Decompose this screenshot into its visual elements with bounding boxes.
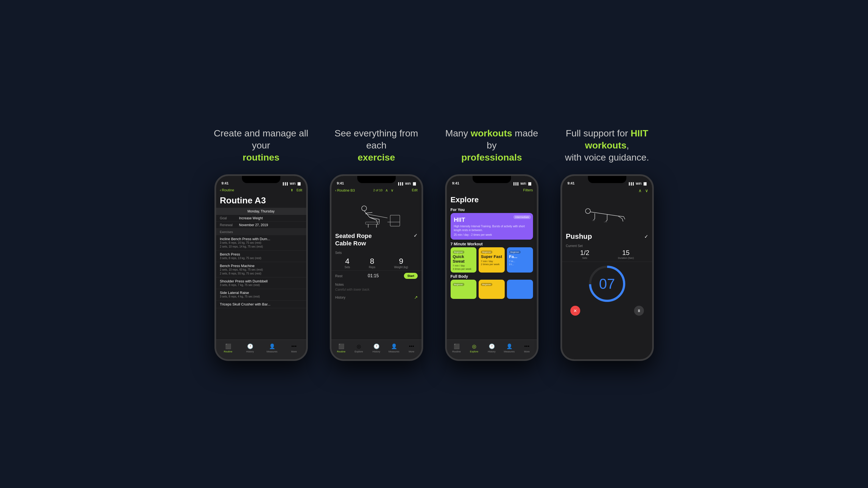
next-exercise-icon[interactable]: ∨ (645, 188, 648, 193)
tab-more-2[interactable]: ••• More (403, 344, 421, 353)
pause-button[interactable]: ⏸ (634, 306, 644, 316)
pushup-check-icon[interactable]: ✓ (644, 234, 648, 239)
tab-explore-3[interactable]: ◎ Explore (465, 344, 483, 353)
measures-tab-icon-2: 👤 (391, 344, 397, 349)
tab-explore-label-3: Explore (470, 350, 478, 353)
more-tab-icon-2: ••• (409, 344, 414, 349)
measures-tab-icon-1: 👤 (269, 344, 275, 349)
panel-hiit: Full support for HIIT workouts, with voi… (556, 127, 658, 361)
exercise-detail-2: 2 sets, 10 reps, 60 kg, 75 sec (rest)2 s… (220, 268, 302, 275)
phone1-nav: ‹ Routine ⬆ Edit (216, 187, 306, 194)
tab-history-1[interactable]: 🕐 History (239, 344, 261, 353)
phone2-nav: ‹ Routine B3 2 of 10 ∧ ∨ Edit (332, 187, 422, 195)
signal-icon-4: ▌▌▌ (629, 182, 634, 185)
tab-measures-label-2: Measures (389, 350, 400, 353)
phone4-nav: ∧ ∨ (562, 187, 652, 195)
svg-line-7 (370, 217, 379, 219)
tab-history-3[interactable]: 🕐 History (483, 344, 501, 353)
exercise-item-3[interactable]: Shoulder Press with Dumbbell 3 sets, 8 r… (216, 278, 306, 289)
nav-actions-1: ⬆ Edit (290, 188, 302, 192)
seven-min-title: 7 Minute Workout (447, 239, 537, 247)
filters-button[interactable]: Filters (523, 188, 533, 192)
rest-row: Rest 01:15 Start (332, 270, 422, 281)
tab-routine-2[interactable]: ⬛ Routine (333, 344, 350, 353)
nav-back-1[interactable]: ‹ Routine (220, 188, 234, 192)
share-icon[interactable]: ⬆ (290, 188, 293, 192)
super-fast-name: Super Fast (481, 254, 502, 259)
full-body-card-2[interactable]: Beginner (478, 280, 505, 299)
tab-measures-3[interactable]: 👤 Measures (501, 344, 518, 353)
exercise-check-icon[interactable]: ✓ (413, 232, 418, 238)
panel4-title: Full support for HIIT workouts, with voi… (556, 127, 658, 164)
reps-sub-label: Reps (369, 266, 375, 269)
wifi-icon: WiFi (290, 182, 296, 185)
status-icons-4: ▌▌▌ WiFi ▐█ (629, 182, 646, 185)
signal-icon-3: ▌▌▌ (514, 182, 519, 185)
super-fast-card[interactable]: Beginner Super Fast 7 min / day2 times p… (478, 247, 505, 272)
full-body-cards-row: Beginner Beginner (447, 280, 537, 299)
cancel-button-4[interactable]: ✕ (570, 306, 580, 316)
exercise-item-1[interactable]: Bench Press 3 sets, 8 reps, 13 kg, 75 se… (216, 251, 306, 262)
quick-sweat-name: Quick Sweat (453, 254, 474, 263)
phone-frame-4: 9:41 ▌▌▌ WiFi ▐█ ∧ ∨ (560, 174, 654, 361)
sets-section: Sets 4 Sets 8 Reps 9 Weight (kg) (332, 249, 422, 270)
exercise-item-4[interactable]: Side Lateral Raise 3 sets, 8 reps, 4 kg,… (216, 289, 306, 300)
tab-history-2[interactable]: 🕐 History (368, 344, 385, 353)
tab-explore-2[interactable]: ◎ Explore (350, 344, 368, 353)
down-chevron-icon[interactable]: ∨ (391, 188, 394, 192)
tab-bar-3: ⬛ Routine ◎ Explore 🕐 History 👤 Measures (447, 339, 537, 359)
more-tab-icon-1: ••• (291, 344, 297, 349)
exercise-name-1: Bench Press (220, 252, 302, 256)
super-fast-detail: 7 min / day2 times per week (481, 260, 502, 266)
sets-fraction-num: 1/2 (580, 249, 589, 257)
tab-explore-label-2: Explore (354, 350, 363, 353)
tab-more-3[interactable]: ••• More (518, 344, 536, 353)
signal-icon: ▌▌▌ (283, 182, 288, 185)
third-card[interactable]: Beginner Fa... 7 m...3 t... (507, 247, 533, 272)
panel3-title: Many workouts made by professionals (441, 127, 542, 164)
tab-routine-3[interactable]: ⬛ Routine (448, 344, 465, 353)
wifi-icon-3: WiFi (520, 182, 526, 185)
exercise-detail-0: 3 sets, 8 reps, 16 kg, 75 sec (rest)2 se… (220, 241, 302, 249)
exercise-image-area (332, 195, 422, 230)
svg-line-21 (624, 217, 625, 219)
hiit-card[interactable]: Intermediate HIIT High Intensity Interva… (451, 213, 533, 239)
status-time-1: 9:41 (222, 181, 229, 185)
wifi-icon-2: WiFi (405, 182, 411, 185)
tab-measures-2[interactable]: 👤 Measures (385, 344, 403, 353)
full-body-card-3[interactable] (507, 280, 533, 299)
tab-more-1[interactable]: ••• More (283, 344, 305, 353)
phone-screen-4: 9:41 ▌▌▌ WiFi ▐█ ∧ ∨ (562, 176, 652, 359)
goal-label: Goal (220, 216, 239, 220)
full-body-title: Full Body (447, 272, 537, 280)
exercise-item-0[interactable]: Incline Bench Press with Dum... 3 sets, … (216, 235, 306, 251)
current-set-label: Current Set (566, 244, 648, 248)
up-chevron-icon[interactable]: ∧ (385, 188, 388, 192)
battery-icon-3: ▐█ (527, 182, 531, 185)
page-background: Create and manage all your routines 9:41… (0, 0, 868, 488)
tab-bar-2: ⬛ Routine ◎ Explore 🕐 History 👤 Measures (332, 339, 422, 359)
wifi-icon-4: WiFi (636, 182, 642, 185)
tab-routine-label-3: Routine (452, 350, 461, 353)
exercise-item-2[interactable]: Bench Press Machine 2 sets, 10 reps, 60 … (216, 262, 306, 278)
exercise-name-2: Bench Press Machine (220, 264, 302, 268)
history-chart-icon[interactable]: ↗ (414, 295, 418, 300)
edit-button-1[interactable]: Edit (297, 188, 302, 192)
start-button[interactable]: Start (404, 273, 417, 279)
back-chevron-icon-2: ‹ (335, 188, 336, 192)
nav-back-2[interactable]: ‹ Routine B3 (335, 188, 355, 192)
phone-notch-3 (472, 176, 511, 183)
quick-sweat-card[interactable]: Beginner Quick Sweat 7 min / day3 times … (451, 247, 477, 272)
pause-icon: ⏸ (637, 308, 641, 313)
routine-title: Routine A3 (216, 194, 306, 208)
svg-rect-0 (390, 215, 400, 226)
prev-exercise-icon[interactable]: ∧ (639, 188, 642, 193)
tab-measures-1[interactable]: 👤 Measures (261, 344, 283, 353)
tab-routine-1[interactable]: ⬛ Routine (217, 344, 239, 353)
full-body-card-1[interactable]: Beginner (451, 280, 477, 299)
third-card-badge: Beginner (509, 251, 521, 254)
exercise-item-5[interactable]: Triceps Skull Crusher with Bar... (216, 300, 306, 308)
tab-history-label-2: History (372, 350, 380, 353)
routine-tab-icon-3: ⬛ (454, 344, 460, 349)
edit-button-2[interactable]: Edit (412, 188, 418, 192)
